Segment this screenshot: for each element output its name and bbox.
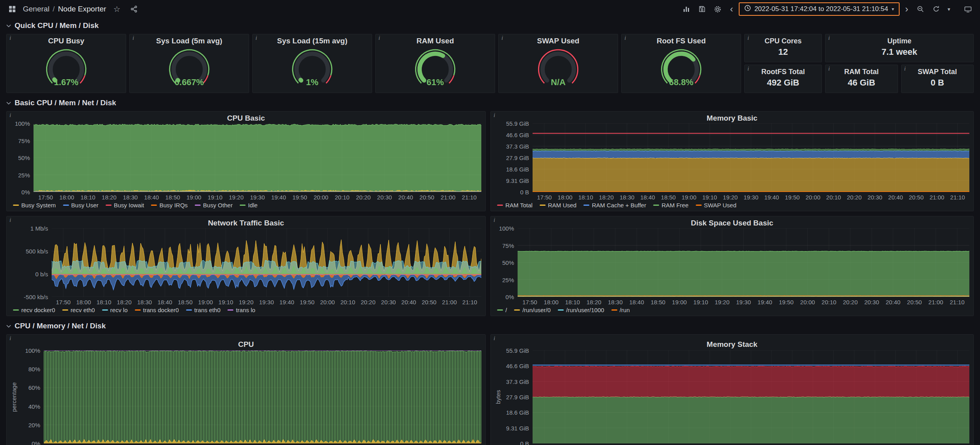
panel-title[interactable]: Sys Load (15m avg) bbox=[253, 34, 372, 46]
panel-title[interactable]: Network Traffic Basic bbox=[11, 216, 481, 228]
time-range-picker[interactable]: 2022-05-31 17:42:04 to 2022-05-31 21:10:… bbox=[739, 2, 900, 16]
panel-title[interactable]: RAM Total bbox=[825, 65, 898, 75]
time-range-label: 2022-05-31 17:42:04 to 2022-05-31 21:10:… bbox=[755, 5, 888, 13]
legend-item[interactable]: Idle bbox=[240, 202, 257, 209]
zoom-out-icon[interactable] bbox=[914, 2, 927, 16]
info-icon[interactable]: i bbox=[132, 35, 134, 41]
x-axis-label: 18:30 bbox=[608, 299, 623, 305]
info-icon[interactable]: i bbox=[9, 35, 11, 41]
panel-title[interactable]: RootFS Total bbox=[745, 65, 822, 75]
row-header-cpu-memory-net-disk[interactable]: CPU / Memory / Net / Disk bbox=[6, 320, 974, 332]
panel-title[interactable]: Memory Stack bbox=[495, 335, 969, 350]
legend-color-marker bbox=[653, 205, 659, 206]
info-icon[interactable]: i bbox=[747, 65, 749, 72]
panel-title[interactable]: SWAP Total bbox=[902, 65, 974, 75]
legend-item[interactable]: Busy System bbox=[13, 202, 56, 209]
panel-title[interactable]: Uptime bbox=[825, 34, 973, 45]
refresh-icon[interactable] bbox=[930, 2, 943, 16]
legend-color-marker bbox=[63, 205, 69, 206]
panel-title[interactable]: CPU Busy bbox=[7, 34, 126, 46]
share-icon[interactable] bbox=[127, 2, 141, 16]
legend-color-marker bbox=[497, 309, 503, 311]
breadcrumb-section[interactable]: General bbox=[23, 5, 50, 13]
time-shift-forward-button[interactable]: › bbox=[902, 2, 911, 16]
legend-item[interactable]: RAM Used bbox=[540, 202, 577, 209]
legend-item[interactable]: trans lo bbox=[227, 307, 255, 313]
info-icon[interactable]: i bbox=[828, 65, 830, 72]
row-header-basic[interactable]: Basic CPU / Mem / Net / Disk bbox=[6, 97, 974, 109]
panel-title[interactable]: CPU Basic bbox=[11, 112, 481, 123]
panel-title[interactable]: RAM Used bbox=[376, 34, 495, 46]
legend-item[interactable]: / bbox=[497, 307, 507, 313]
legend-item[interactable]: /run bbox=[611, 307, 630, 313]
info-icon[interactable]: i bbox=[747, 35, 749, 41]
x-axis-label: 21:10 bbox=[950, 194, 965, 201]
svg-text:68.8%: 68.8% bbox=[669, 77, 693, 87]
info-icon[interactable]: i bbox=[378, 35, 380, 41]
add-panel-icon[interactable] bbox=[680, 2, 693, 16]
legend-item[interactable]: recv docker0 bbox=[13, 307, 55, 313]
chart-canvas[interactable] bbox=[34, 123, 481, 192]
info-icon[interactable]: i bbox=[494, 335, 495, 342]
legend-item[interactable]: recv lo bbox=[102, 307, 128, 313]
refresh-interval-caret-icon[interactable]: ▾ bbox=[945, 2, 952, 16]
y-axis-label: 0 B bbox=[520, 440, 529, 445]
panel-title[interactable]: Disk Space Used Basic bbox=[495, 216, 969, 228]
legend-item[interactable]: trans eth0 bbox=[186, 307, 221, 313]
legend-label: trans eth0 bbox=[194, 307, 221, 313]
info-icon[interactable]: i bbox=[904, 65, 906, 72]
info-icon[interactable]: i bbox=[624, 35, 626, 41]
legend-item[interactable]: /run/user/1000 bbox=[558, 307, 604, 313]
x-axis-label: 19:10 bbox=[702, 194, 717, 201]
legend-item[interactable]: trans docker0 bbox=[135, 307, 179, 313]
info-icon[interactable]: i bbox=[255, 35, 257, 41]
info-icon[interactable]: i bbox=[9, 217, 11, 223]
legend-item[interactable]: Busy User bbox=[63, 202, 99, 209]
chart-canvas[interactable] bbox=[533, 123, 969, 192]
panel-title[interactable]: Root FS Used bbox=[622, 34, 741, 46]
x-axis-label: 18:50 bbox=[165, 194, 180, 201]
chart-canvas[interactable] bbox=[518, 228, 969, 297]
breadcrumb-title[interactable]: Node Exporter bbox=[58, 5, 106, 13]
panel-title[interactable]: CPU bbox=[11, 335, 481, 350]
star-icon[interactable]: ☆ bbox=[110, 2, 123, 16]
info-icon[interactable]: i bbox=[494, 112, 495, 119]
legend-item[interactable]: RAM Free bbox=[653, 202, 688, 209]
info-icon[interactable]: i bbox=[828, 35, 830, 41]
chart-canvas[interactable] bbox=[44, 350, 481, 443]
svg-text:1.67%: 1.67% bbox=[54, 77, 78, 87]
legend-item[interactable]: Busy Other bbox=[195, 202, 233, 209]
panel-title[interactable]: SWAP Used bbox=[499, 34, 618, 46]
x-axis-label: 19:00 bbox=[186, 194, 201, 201]
chart-canvas[interactable] bbox=[52, 228, 481, 297]
panel-title[interactable]: Sys Load (5m avg) bbox=[130, 34, 249, 46]
legend-label: Busy System bbox=[21, 202, 56, 209]
legend-item[interactable]: RAM Total bbox=[497, 202, 533, 209]
chart-canvas[interactable] bbox=[533, 350, 969, 443]
legend-color-marker bbox=[106, 205, 112, 206]
legend-item[interactable]: recv eth0 bbox=[62, 307, 95, 313]
x-axis-label: 21:00 bbox=[928, 299, 943, 305]
row-header-quick-cpu-mem-disk[interactable]: Quick CPU / Mem / Disk bbox=[6, 20, 974, 32]
kiosk-tv-icon[interactable] bbox=[961, 2, 974, 16]
apps-grid-icon[interactable] bbox=[6, 2, 19, 16]
info-icon[interactable]: i bbox=[9, 335, 11, 342]
info-icon[interactable]: i bbox=[494, 217, 495, 223]
legend-item[interactable]: /run/user/0 bbox=[514, 307, 551, 313]
panel-title[interactable]: CPU Cores bbox=[745, 34, 822, 45]
time-shift-back-button[interactable]: ‹ bbox=[727, 2, 736, 16]
x-axis-label: 19:00 bbox=[682, 194, 697, 201]
legend-item[interactable]: Busy IRQs bbox=[151, 202, 188, 209]
legend-item[interactable]: RAM Cache + Buffer bbox=[583, 202, 646, 209]
dashboard-settings-gear-icon[interactable] bbox=[711, 2, 725, 16]
legend-color-marker bbox=[13, 205, 19, 206]
legend-item[interactable]: Busy Iowait bbox=[106, 202, 144, 209]
save-dashboard-icon[interactable] bbox=[695, 2, 709, 16]
y-axis-label: 80% bbox=[28, 366, 40, 372]
x-axis-label: 19:10 bbox=[218, 299, 233, 305]
panel-title[interactable]: Memory Basic bbox=[495, 112, 969, 123]
chart-legend: Busy SystemBusy UserBusy IowaitBusy IRQs… bbox=[11, 201, 481, 209]
info-icon[interactable]: i bbox=[9, 112, 11, 119]
legend-item[interactable]: SWAP Used bbox=[696, 202, 737, 209]
info-icon[interactable]: i bbox=[501, 35, 503, 41]
